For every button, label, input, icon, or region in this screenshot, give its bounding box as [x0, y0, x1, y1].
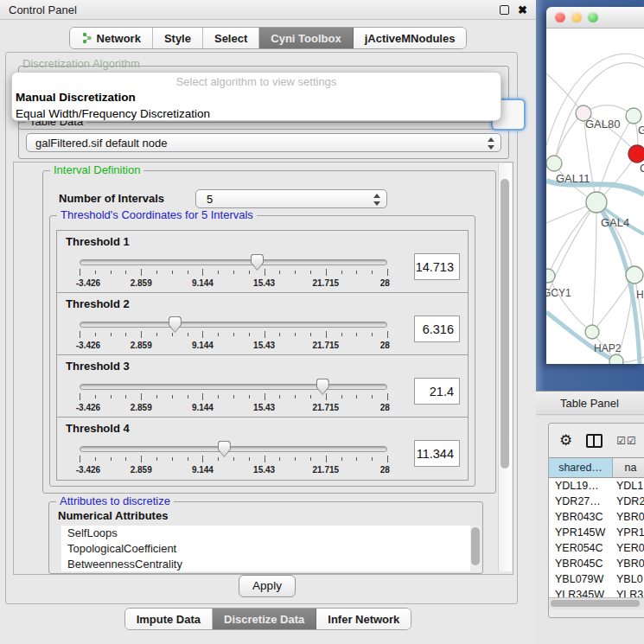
table-cell[interactable]: YDL19…	[549, 478, 613, 494]
tab-label: Discretize Data	[224, 613, 304, 626]
tab-infer-network[interactable]: Infer Network	[316, 609, 411, 629]
table-cell[interactable]: YPR145W	[549, 525, 613, 540]
tab-label: Style	[164, 32, 191, 45]
table-cell[interactable]: YDL1	[613, 478, 644, 494]
slider-tick-label: 2.859	[131, 465, 152, 475]
slider-tick-label: 15.43	[253, 403, 275, 412]
table-panel-titlebar: Table Panel	[536, 391, 644, 415]
slider-tick-label: 2.859	[131, 278, 152, 288]
zoom-traffic-light-icon[interactable]	[588, 12, 598, 22]
table-cell[interactable]: YBR043C	[549, 509, 613, 525]
attributes-group-label: Attributes to discretize	[56, 494, 174, 507]
table-cell[interactable]: YBL079W	[549, 571, 613, 587]
slider-ticks	[80, 393, 387, 401]
panel-scrollbar[interactable]	[498, 163, 512, 571]
table-cell[interactable]: YER054C	[549, 540, 613, 556]
threshold-3-slider[interactable]: -3.4262.8599.14415.4321.71528	[80, 381, 387, 416]
network-node[interactable]	[609, 354, 623, 364]
slider-tick-label: 9.144	[192, 278, 214, 288]
table-cell[interactable]: YER0	[613, 540, 644, 556]
tab-jactivemnodules[interactable]: jActiveMNodules	[354, 28, 467, 48]
list-item[interactable]: SelfLoops	[61, 526, 470, 541]
close-icon[interactable]: ✖	[518, 4, 527, 16]
interval-definition-group: Interval Definition Number of Intervals …	[42, 170, 496, 494]
threshold-3-value[interactable]: 21.4	[414, 378, 460, 405]
split-columns-icon[interactable]	[586, 434, 603, 448]
table-cell[interactable]: YDR2	[613, 494, 644, 509]
table-cell[interactable]: YBR045C	[549, 556, 613, 571]
table-data-combo[interactable]: galFiltered.sif default node	[26, 133, 501, 152]
threshold-1-slider[interactable]: -3.4262.8599.14415.4321.71528	[80, 257, 387, 291]
slider-track[interactable]	[80, 259, 387, 265]
table-row[interactable]: YPR145WYPR1	[549, 525, 644, 540]
minimize-traffic-light-icon[interactable]	[571, 12, 582, 22]
network-node-gal4[interactable]	[586, 192, 607, 213]
table-cell[interactable]: YLR345W	[549, 587, 613, 597]
slider-track[interactable]	[80, 446, 387, 452]
list-item[interactable]: TopologicalCoefficient	[61, 541, 470, 557]
algorithm-dropdown-popup: Select algorithm to view settings Manual…	[11, 72, 501, 121]
tab-discretize-data[interactable]: Discretize Data	[213, 609, 316, 629]
float-window-icon[interactable]	[500, 5, 509, 15]
column-header-name[interactable]: na	[613, 458, 644, 477]
slider-tick-label: -3.426	[76, 341, 100, 350]
list-item[interactable]: BetweennessCentrality	[61, 557, 470, 571]
tab-network[interactable]: Network	[70, 28, 153, 48]
network-node-hap2[interactable]	[585, 325, 599, 339]
threshold-4-panel: Threshold 4 -3.4262.8599.14415.4321.7152…	[56, 417, 469, 481]
top-tab-bar: Network Style Select Cyni Toolbox jActiv…	[0, 27, 536, 49]
dropdown-option-manual[interactable]: Manual Discretization	[12, 89, 501, 105]
column-header-shared-name[interactable]: shared…	[549, 458, 613, 477]
numerical-attributes-list[interactable]: SelfLoops TopologicalCoefficient Between…	[61, 526, 470, 571]
network-node-gal11[interactable]	[546, 156, 562, 171]
tab-impute-data[interactable]: Impute Data	[125, 609, 213, 629]
gear-icon[interactable]: ⚙	[559, 433, 572, 448]
table-row[interactable]: YDR27…YDR2	[549, 494, 644, 509]
tab-label: Network	[97, 32, 141, 45]
network-node-g[interactable]	[626, 108, 641, 124]
table-cell[interactable]: YDR27…	[549, 494, 613, 509]
apply-button[interactable]: Apply	[239, 575, 296, 597]
tab-cyni-toolbox[interactable]: Cyni Toolbox	[259, 28, 353, 48]
threshold-1-value[interactable]: 14.713	[414, 253, 460, 280]
thresholds-group-label: Threshold's Coordinates for 5 Intervals	[57, 208, 257, 221]
checkbox-icons[interactable]: ☑☑	[616, 435, 637, 447]
threshold-2-value[interactable]: 6.316	[414, 316, 460, 342]
bottom-tab-bar: Impute Data Discretize Data Infer Networ…	[0, 608, 536, 630]
discretization-algorithm-group-label: Discretization Algorithm	[22, 57, 140, 70]
table-row[interactable]: YLR345WYLR3	[549, 587, 644, 597]
network-node-gcy1[interactable]	[546, 269, 555, 283]
table-cell[interactable]: YPR1	[613, 525, 644, 540]
slider-tick-label: 2.859	[131, 403, 152, 412]
threshold-4-value[interactable]: 11.344	[414, 440, 460, 467]
threshold-4-slider[interactable]: -3.4262.8599.14415.4321.71528	[80, 443, 387, 478]
table-row[interactable]: YDL19…YDL1	[549, 478, 644, 494]
tab-select[interactable]: Select	[203, 28, 259, 48]
table-row[interactable]: YER054CYER0	[549, 540, 644, 556]
slider-track[interactable]	[80, 322, 387, 328]
network-canvas[interactable]: GAL80GCGAL11GAL4GCY1HHAP2	[546, 29, 644, 364]
close-traffic-light-icon[interactable]	[555, 12, 565, 22]
table-hscrollbar[interactable]	[549, 597, 644, 609]
settings-scroll-panel: Interval Definition Number of Intervals …	[13, 162, 513, 575]
threshold-2-panel: Threshold 2 -3.4262.8599.14415.4321.7152…	[56, 292, 469, 356]
tab-style[interactable]: Style	[153, 28, 203, 48]
table-row[interactable]: YBR043CYBR0	[549, 509, 644, 525]
table-cell[interactable]: YBR0	[613, 509, 644, 525]
threshold-2-slider[interactable]: -3.4262.8599.14415.4321.71528	[80, 319, 387, 354]
list-scrollbar[interactable]	[470, 526, 481, 571]
slider-track[interactable]	[80, 384, 387, 390]
table-cell[interactable]: YBL0	[613, 571, 644, 587]
number-of-intervals-spinner[interactable]: 5	[195, 189, 387, 208]
table-cell[interactable]: YBR0	[613, 556, 644, 571]
network-node-c[interactable]	[628, 145, 644, 163]
table-row[interactable]: YBL079WYBL0	[549, 571, 644, 587]
table-cell[interactable]: YLR3	[613, 587, 644, 597]
table-row[interactable]: YBR045CYBR0	[549, 556, 644, 571]
slider-tick-label: 9.144	[192, 465, 214, 475]
table-panel-title: Table Panel	[560, 397, 619, 410]
network-node-label: HAP2	[594, 342, 622, 354]
network-node-h[interactable]	[626, 266, 643, 284]
interval-definition-label: Interval Definition	[50, 163, 143, 176]
dropdown-option-equal-width[interactable]: Equal Width/Frequency Discretization	[12, 105, 501, 121]
